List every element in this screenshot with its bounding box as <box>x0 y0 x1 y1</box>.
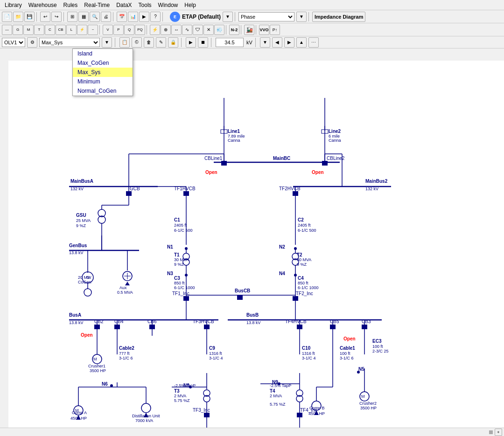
kv-more-btn[interactable]: ⋯ <box>308 37 319 48</box>
menu-help[interactable]: Help <box>182 1 199 9</box>
wind-btn[interactable]: 💨 <box>214 25 224 35</box>
config-lock-btn[interactable]: 🔒 <box>168 37 178 48</box>
transformer-btn[interactable]: T <box>34 25 44 35</box>
cross-btn[interactable]: ✕ <box>203 25 214 35</box>
menu-tools[interactable]: Tools <box>136 1 154 9</box>
calendar-btn[interactable]: 📅 <box>117 12 127 22</box>
sep-olv2 <box>181 38 183 47</box>
zoom-in-btn[interactable]: + <box>495 429 502 436</box>
q-meter-btn[interactable]: Q <box>124 25 134 35</box>
save-btn[interactable]: 💾 <box>24 12 35 22</box>
config-dropdown-btn[interactable]: ▼ <box>102 37 112 48</box>
fault-btn[interactable]: ⚡ <box>150 25 160 35</box>
sep5 <box>235 12 237 21</box>
config-del-btn[interactable]: 🗑 <box>144 37 154 48</box>
svg-text:13.8 kV: 13.8 kV <box>69 250 84 255</box>
kv-up-btn[interactable]: ▲ <box>296 37 307 48</box>
svg-text:Line1: Line1 <box>228 129 240 134</box>
svg-text:6-1/C 1000: 6-1/C 1000 <box>174 285 195 290</box>
svg-text:Comp B: Comp B <box>309 406 325 410</box>
diagram-area[interactable]: .bus-line { stroke: #000080; stroke-widt… <box>8 61 504 436</box>
config-new-btn[interactable]: 📋 <box>119 37 130 48</box>
protect-btn[interactable]: 🛡 <box>193 25 203 35</box>
sim-stop-btn[interactable]: ⏹ <box>198 37 208 48</box>
svg-text:N2: N2 <box>279 244 285 249</box>
svg-text:100 ft: 100 ft <box>340 351 350 356</box>
help-icon-btn[interactable]: ? <box>150 12 161 22</box>
menu-datax[interactable]: DataX <box>113 1 134 9</box>
zoom-btn[interactable]: 🔍 <box>90 12 100 22</box>
open-btn[interactable]: 📁 <box>13 12 23 22</box>
menu-rules[interactable]: Rules <box>61 1 81 9</box>
kv-nav1-btn[interactable]: ◀ <box>272 37 282 48</box>
svg-rect-0 <box>8 61 504 436</box>
table-btn[interactable]: 📊 <box>128 12 138 22</box>
print-btn[interactable]: 🖨 <box>101 12 111 22</box>
dropdown-normalcogen[interactable]: Normal_CoGen <box>73 86 133 96</box>
dropdown-island[interactable]: Island <box>73 49 133 58</box>
kv-nav2-btn[interactable]: ▶ <box>284 37 294 48</box>
cb-btn[interactable]: CB <box>56 25 66 35</box>
scrollbar-thumb[interactable] <box>489 430 493 434</box>
synch-btn[interactable]: ~ <box>88 25 98 35</box>
inv-btn[interactable]: ∿ <box>182 25 192 35</box>
v-meter-btn[interactable]: V <box>103 25 113 35</box>
svg-text:1316 ft: 1316 ft <box>302 351 315 356</box>
undo-btn[interactable]: ↩ <box>40 12 50 22</box>
dropdown-minimum[interactable]: Minimum <box>73 77 133 86</box>
svg-text:4500 HP: 4500 HP <box>308 411 325 416</box>
config-copy-btn[interactable]: © <box>132 37 142 48</box>
svg-text:2405 ft: 2405 ft <box>174 223 187 228</box>
menu-library[interactable]: Library <box>2 1 25 9</box>
svg-text:6-1/C 1000: 6-1/C 1000 <box>298 285 319 290</box>
olv-config-btn[interactable]: ⚙ <box>27 37 37 48</box>
svg-text:N6: N6 <box>102 381 108 387</box>
capacitor-btn[interactable]: ⚡ <box>77 25 87 35</box>
p-meter-btn[interactable]: P <box>113 25 124 35</box>
kv-input[interactable] <box>216 38 244 47</box>
impedance-diagram-btn[interactable]: Impedance Diagram <box>312 12 366 22</box>
etap-label: ETAP (Default) <box>182 14 221 20</box>
svg-rect-126 <box>149 325 155 329</box>
phase-select[interactable]: Phase <box>238 12 294 21</box>
cable-btn[interactable]: C <box>45 25 55 35</box>
etap-dropdown[interactable]: ▼ <box>223 12 233 22</box>
menu-realtime[interactable]: Real-Time <box>81 1 112 9</box>
redo-btn[interactable]: ↪ <box>51 12 62 22</box>
phase-bar: Phase ▼ <box>238 12 307 22</box>
n2-btn[interactable]: N-2 <box>229 25 239 35</box>
load-btn[interactable]: L <box>66 25 77 35</box>
svg-text:3-1/C 6: 3-1/C 6 <box>119 356 133 360</box>
dropdown-maxsys[interactable]: Max_Sys <box>73 68 133 77</box>
config-select[interactable]: Island Max_CoGen Max_Sys Minimum Normal_… <box>39 38 100 47</box>
grid-btn[interactable]: ⊞ <box>67 12 77 22</box>
menu-window[interactable]: Window <box>155 1 181 9</box>
sim-btn[interactable]: ▶ <box>186 37 196 48</box>
select-btn[interactable]: ▦ <box>78 12 89 22</box>
kv-down-btn[interactable]: ▼ <box>260 37 270 48</box>
svg-rect-117 <box>94 325 100 329</box>
vvo-btn[interactable]: VVO <box>259 25 269 35</box>
menu-warehouse[interactable]: Warehouse <box>26 1 60 9</box>
bus-btn[interactable]: — <box>2 25 12 35</box>
svg-text:TF4HVCB: TF4HVCB <box>285 319 307 324</box>
svg-text:132 kV: 132 kV <box>365 187 378 191</box>
config-edit-btn[interactable]: ✎ <box>156 37 166 48</box>
svg-rect-204 <box>297 413 302 417</box>
dropdown-maxcogen[interactable]: Max_CoGen <box>73 58 133 68</box>
svg-text:M: M <box>93 357 97 361</box>
new-btn[interactable]: 📄 <box>2 12 12 22</box>
motor-btn[interactable]: M <box>23 25 34 35</box>
motor2-btn[interactable]: ⊕ <box>161 25 171 35</box>
svg-text:MainBC: MainBC <box>273 156 290 161</box>
pq-meter-btn[interactable]: PQ <box>135 25 145 35</box>
sep-t2 <box>147 25 148 35</box>
pv-btn[interactable]: P↑ <box>270 25 280 35</box>
svg-text:20 MW: 20 MW <box>78 275 91 280</box>
gen-btn[interactable]: G <box>13 25 23 35</box>
relay-btn[interactable]: ↔ <box>171 25 182 35</box>
phase-dropdown-btn[interactable]: ▼ <box>296 12 307 22</box>
train-btn[interactable]: 🚂 <box>244 25 254 35</box>
run-btn[interactable]: ▶ <box>139 12 149 22</box>
olv-select[interactable]: OLV1 <box>2 38 25 47</box>
